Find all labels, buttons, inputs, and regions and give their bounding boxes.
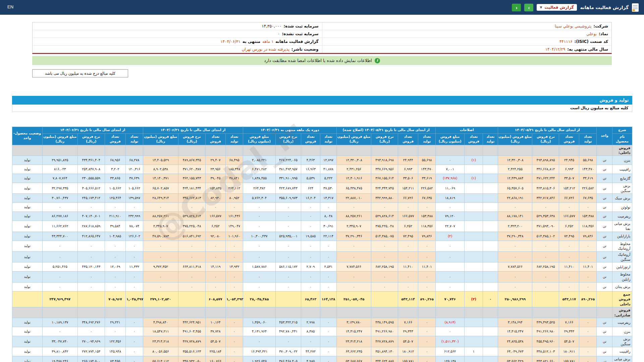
- product-name-cell: مخلوط آروماتیک: [612, 241, 632, 251]
- value-cell: ۰: [337, 203, 371, 212]
- value-cell: ۱,۰۵۴,۳۹۳: [226, 291, 243, 307]
- value-cell: ۰: [498, 252, 532, 262]
- value-cell: [483, 252, 498, 262]
- value-cell: ۳۶۲,۱۵۵,۷۴۳: [178, 174, 205, 183]
- value-cell: ۱۵۵,۷۸۱: [559, 356, 579, 362]
- company-label: شرکت:: [593, 24, 608, 28]
- unregistered-capital-value: ۰: [278, 32, 280, 36]
- product-name-cell: برش میانی نفتا: [612, 356, 632, 362]
- value-cell: ۸,۰۴۸: [320, 212, 337, 221]
- table-row: ریفرمیتتن۱۵۳,۳۸۸۱۶۶,۵۷۷۵۲۹,۳۵۳,۶۳۸۸۸,۱۷۸…: [12, 212, 632, 221]
- chevron-down-icon: ▼: [540, 6, 542, 9]
- status-cell: تولید: [12, 241, 42, 251]
- value-cell: ۶۰۸,۵۷۷: [206, 291, 226, 307]
- value-cell: ۲۹,۳۴۳: [559, 327, 579, 336]
- report-period-ending-label: منتهی به: [243, 39, 260, 44]
- status-cell: تولید: [12, 327, 42, 336]
- value-cell: [483, 145, 498, 156]
- value-cell: ۶۶,۷۲۶: [398, 194, 418, 203]
- value-cell: ۱۸۰,۹۱۲: [398, 347, 418, 356]
- value-cell: ۳۴۲,۹۹۹,۸۸۰: [371, 194, 398, 203]
- value-cell: ۰: [498, 272, 532, 282]
- value-cell: ۰: [398, 203, 418, 212]
- col-group-header: اصلاحات: [436, 127, 498, 134]
- col-subheader: تعداد فروش: [465, 133, 483, 145]
- language-toggle[interactable]: EN: [7, 4, 13, 9]
- value-cell: ۱۳۹,۵۹۷: [125, 194, 143, 203]
- next-report-button[interactable]: ›: [524, 4, 533, 11]
- value-cell: [465, 262, 483, 272]
- status-cell: تولید: [12, 194, 42, 203]
- value-cell: ۶۲۴: [301, 183, 320, 193]
- value-cell: ۴۹۳,۹۱۸,۶۹۸: [371, 156, 398, 165]
- value-cell: ۰: [125, 282, 143, 291]
- value-cell: (۲): [436, 232, 465, 241]
- company-info: شرکت: پتروشيمي بوعلي سينا سرمایه ثبت شده…: [32, 22, 612, 54]
- value-cell: ۳۷۱,۵۹۳,۰۹۰: [532, 221, 559, 232]
- value-cell: ۰: [226, 318, 243, 327]
- value-cell: ۳۴۲,۷۱۷,۸۴۶: [532, 194, 559, 203]
- info-cell-registered-capital: سرمایه ثبت شده: ۱۴,۳۵۰,۰۰۰: [33, 22, 322, 30]
- value-cell: ۰: [42, 252, 77, 262]
- value-cell: ۵۵,۶۹۸: [418, 156, 436, 165]
- value-cell: ۰: [42, 282, 77, 291]
- value-cell: [418, 145, 436, 156]
- value-cell: [206, 145, 226, 156]
- value-cell: ۲,۳۲۳,۲۰۰: [498, 221, 532, 232]
- value-cell: [301, 145, 320, 156]
- value-cell: ۰: [498, 282, 532, 291]
- value-cell: [371, 307, 398, 318]
- value-cell: ۲۳,۹۵۶: [206, 165, 226, 174]
- value-cell: ۰: [243, 212, 276, 221]
- value-cell: [483, 241, 498, 251]
- value-cell: ۰: [398, 241, 418, 251]
- value-cell: ۰: [243, 221, 276, 232]
- prev-report-button[interactable]: ‹: [512, 4, 521, 11]
- value-cell: ۷۰۵,۹۶۷: [105, 291, 125, 307]
- table-row: برش سنگینتن۲۲۶,۵۸۲۱۵۴,۲۱۲۴۲۳,۸۱۵,۳۰۶۶۵,۳…: [12, 183, 632, 193]
- value-cell: ۸۶,۲۷۷,۱۸۶: [42, 212, 77, 221]
- value-cell: [371, 145, 398, 156]
- value-cell: [398, 145, 418, 156]
- value-cell: ۶۵,۴۶۳: [301, 291, 320, 307]
- value-cell: ۰: [301, 203, 320, 212]
- status-cell: تولید: [12, 272, 42, 282]
- value-cell: ۰: [436, 272, 465, 282]
- value-cell: ۵,۵۳۹: [301, 174, 320, 183]
- value-cell: ۱۲۵,۱۳۸: [436, 356, 465, 362]
- value-cell: ۹۲,۰۸۰: [206, 232, 226, 241]
- value-cell: [483, 307, 498, 318]
- value-cell: [143, 145, 178, 156]
- value-cell: ۳۰۵,۶۶۶,۵۱۲: [77, 183, 105, 193]
- report-type-dropdown[interactable]: گزارش فعالیت ▼: [537, 4, 577, 11]
- value-cell: [465, 327, 483, 336]
- value-cell: ۰: [337, 241, 371, 251]
- value-cell: ۳۳,۶۱۹: [418, 174, 436, 183]
- value-cell: [178, 291, 205, 307]
- value-cell: ۱,۳۵۹,۰۶۰: [243, 318, 276, 327]
- value-cell: ۳۷,۲۹۰,۳۴۶: [337, 232, 371, 241]
- value-cell: ۰: [226, 252, 243, 262]
- unit-cell: تن: [597, 194, 612, 203]
- value-cell: ۰: [226, 241, 243, 251]
- product-name-cell: برش پنتان: [612, 282, 632, 291]
- unit-cell: تن: [597, 232, 612, 241]
- value-cell: ۳۳,۸۶۵: [105, 174, 125, 183]
- table-row: برش سنگینتن۰۵۴,۵۰۷۴۵۵,۴۹۵,۹۶۰۲۴,۸۲۵,۵۳۸(…: [12, 336, 632, 347]
- value-cell: ۳۷۵,۲۲۵,۰۴۸: [371, 221, 398, 232]
- value-cell: ۶,۲۵۲: [559, 221, 579, 232]
- col-subheader: تعداد فروش: [559, 133, 579, 145]
- value-cell: ۴۸۹,۸۶۷,۳۴۵: [178, 156, 205, 165]
- value-cell: ۳۸۱,۴۹۳,۹۵۷: [276, 165, 301, 174]
- value-cell: ۰: [337, 252, 371, 262]
- unit-cell: [597, 145, 612, 156]
- value-cell: [105, 145, 125, 156]
- issuer-status-label: وضعیت ناشر:: [291, 47, 319, 52]
- value-cell: (۱۳۷,۹۶۸): [436, 174, 465, 183]
- unit-cell: تن: [597, 221, 612, 232]
- col-subheader: تعداد تولید: [483, 133, 498, 145]
- value-cell: ۶۶۳,۸۱۱,۳۱۸: [178, 262, 205, 272]
- report-period-length: ۱ ماهه: [262, 39, 273, 44]
- product-name-cell: فروش صادراتی:: [612, 307, 632, 318]
- value-cell: ۳,۲۰۲: [105, 165, 125, 174]
